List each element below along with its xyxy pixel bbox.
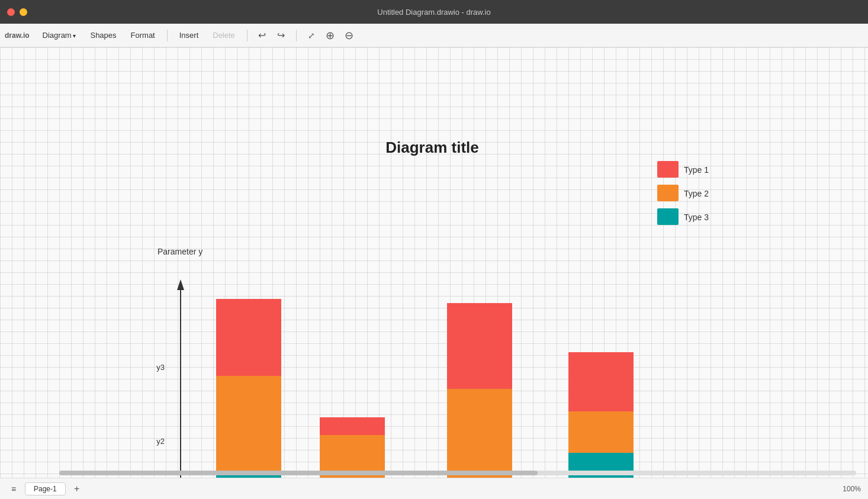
bar3-orange — [447, 389, 512, 478]
bar1-red — [216, 299, 281, 376]
statusbar-left: ≡ Page-1 + — [7, 482, 83, 495]
legend-label-3: Type 3 — [684, 213, 709, 222]
zoom-level: 100% — [843, 485, 861, 493]
scrollbar-thumb — [59, 471, 538, 475]
window-controls — [7, 8, 27, 16]
undo-redo-group: ↩ ↪ — [253, 27, 290, 44]
y-label-y2: y2 — [156, 437, 165, 446]
menu-format[interactable]: Format — [125, 28, 161, 42]
view-group: ⤢ ⊕ ⊖ — [303, 27, 358, 44]
legend-swatch-2 — [657, 185, 679, 201]
redo-button[interactable]: ↪ — [272, 27, 290, 44]
y-label-y3: y3 — [156, 363, 165, 372]
menu-divider-2 — [247, 30, 247, 41]
legend-swatch-3 — [657, 208, 679, 225]
bar3-red — [447, 303, 512, 389]
page-tab[interactable]: Page-1 — [25, 482, 66, 495]
menu-divider-3 — [296, 30, 297, 41]
menu-diagram[interactable]: Diagram — [37, 28, 82, 42]
minimize-button[interactable] — [20, 8, 27, 16]
menu-delete: Delete — [207, 28, 241, 42]
fit-button[interactable]: ⤢ — [303, 27, 320, 44]
bar4-orange — [568, 411, 634, 453]
add-page-button[interactable]: + — [70, 482, 83, 495]
undo-button[interactable]: ↩ — [253, 27, 271, 44]
statusbar: ≡ Page-1 + 100% — [0, 478, 868, 499]
legend-swatch-1 — [657, 161, 679, 178]
y-axis-arrow — [177, 279, 184, 290]
canvas-area[interactable]: Diagram title Type 1 Type 2 Type 3 Param… — [0, 47, 868, 478]
window-title: Untitled Diagram.drawio - draw.io — [377, 8, 490, 17]
bar2-red — [320, 417, 385, 435]
main-area: Diagram title Type 1 Type 2 Type 3 Param… — [0, 47, 868, 478]
legend-label-1: Type 1 — [684, 165, 709, 175]
menu-divider-1 — [167, 30, 168, 41]
diagram-title: Diagram title — [385, 139, 479, 156]
bar4-red — [568, 352, 634, 411]
close-button[interactable] — [7, 8, 15, 16]
bar1-orange — [216, 376, 281, 474]
menu-insert[interactable]: Insert — [173, 28, 205, 42]
titlebar: Untitled Diagram.drawio - draw.io — [0, 0, 868, 24]
menu-shapes[interactable]: Shapes — [84, 28, 122, 42]
zoom-in-button[interactable]: ⊕ — [322, 27, 339, 44]
app-logo: draw.io — [5, 31, 30, 40]
statusbar-menu-icon[interactable]: ≡ — [7, 482, 20, 495]
zoom-out-button[interactable]: ⊖ — [340, 27, 358, 44]
menubar: draw.io Diagram Shapes Format Insert Del… — [0, 24, 868, 47]
legend-label-2: Type 2 — [684, 189, 709, 198]
horizontal-scrollbar[interactable] — [59, 471, 856, 475]
canvas: Diagram title Type 1 Type 2 Type 3 Param… — [0, 47, 868, 478]
y-axis-label: Parameter y — [157, 247, 202, 256]
